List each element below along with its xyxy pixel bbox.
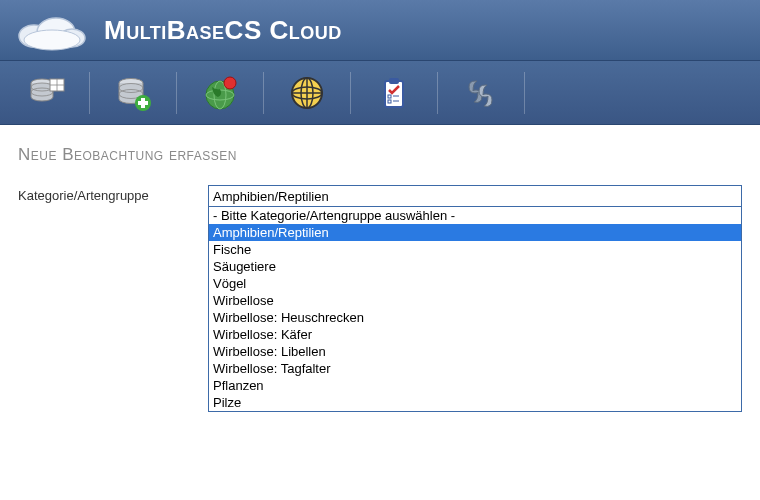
svg-rect-26 [389,78,399,84]
toolbar-paragraph-button[interactable] [441,65,521,120]
app-title: MultiBaseCS Cloud [104,15,342,46]
toolbar-separator [350,72,351,114]
category-option[interactable]: Wirbellose: Tagfalter [209,360,741,377]
toolbar-database-button[interactable] [6,65,86,120]
category-select-wrap: Amphibien/Reptilien - Bitte Kategorie/Ar… [208,185,742,207]
toolbar-clipboard-button[interactable] [354,65,434,120]
page-title: Neue Beobachtung erfassen [18,145,742,165]
app-header: MultiBaseCS Cloud [0,0,760,60]
toolbar-separator [263,72,264,114]
toolbar-separator [176,72,177,114]
category-row: Kategorie/Artengruppe Amphibien/Reptilie… [18,185,742,207]
toolbar-separator [89,72,90,114]
category-option[interactable]: Pflanzen [209,377,741,394]
category-select-value: Amphibien/Reptilien [213,189,329,204]
category-option[interactable]: Wirbellose: Libellen [209,343,741,360]
main-toolbar [0,60,760,125]
category-option[interactable]: Amphibien/Reptilien [209,224,741,241]
category-dropdown: - Bitte Kategorie/Artengruppe auswählen … [208,207,742,412]
category-option[interactable]: Wirbellose [209,292,741,309]
category-option[interactable]: Fische [209,241,741,258]
category-option[interactable]: Wirbellose: Käfer [209,326,741,343]
globe-grid-icon [287,73,327,113]
database-icon [26,73,66,113]
category-label: Kategorie/Artengruppe [18,185,208,203]
toolbar-separator [437,72,438,114]
globe-notify-icon [200,73,240,113]
category-option[interactable]: - Bitte Kategorie/Artengruppe auswählen … [209,207,741,224]
toolbar-database-add-button[interactable] [93,65,173,120]
category-option[interactable]: Wirbellose: Heuschrecken [209,309,741,326]
category-select[interactable]: Amphibien/Reptilien [208,185,742,207]
clipboard-check-icon [374,73,414,113]
svg-rect-15 [138,101,148,105]
category-option[interactable]: Vögel [209,275,741,292]
database-add-icon [113,73,153,113]
content-area: Neue Beobachtung erfassen Kategorie/Arte… [0,125,760,227]
category-option[interactable]: Säugetiere [209,258,741,275]
toolbar-globe-notify-button[interactable] [180,65,260,120]
svg-point-3 [24,30,80,50]
cloud-logo-icon [12,6,92,54]
svg-point-19 [224,77,236,89]
toolbar-separator [524,72,525,114]
toolbar-globe-grid-button[interactable] [267,65,347,120]
category-option[interactable]: Pilze [209,394,741,411]
paragraph-icon [461,73,501,113]
